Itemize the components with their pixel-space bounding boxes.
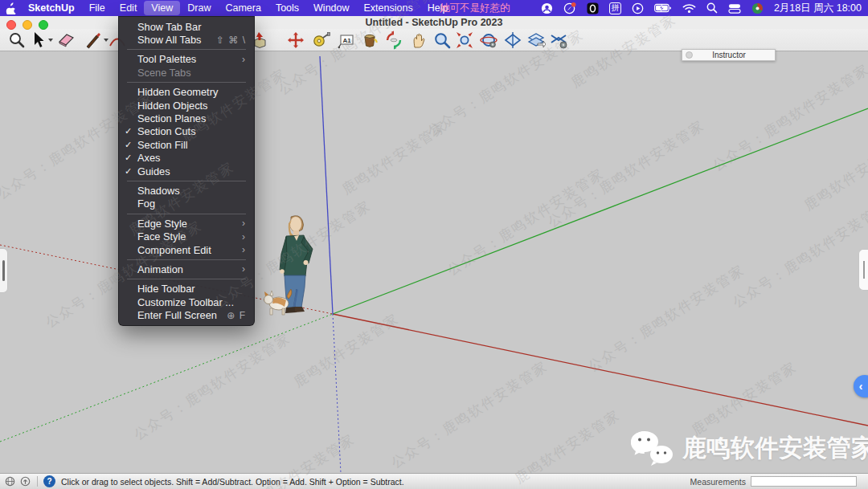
fullscreen-window-button[interactable]: [39, 20, 48, 30]
submenu-arrow-icon: ›: [242, 54, 246, 65]
menu-item-label: Section Cuts: [137, 125, 246, 137]
pan-tool-icon[interactable]: [407, 31, 428, 50]
menubar-item-camera[interactable]: Camera: [218, 1, 268, 15]
menu-item-section-fill[interactable]: ✓Section Fill: [119, 138, 254, 151]
menu-item-guides[interactable]: ✓Guides: [119, 165, 254, 177]
battery-charging-icon[interactable]: [654, 0, 672, 16]
display-stack-icon[interactable]: [728, 0, 741, 16]
cat-leg-back: [282, 308, 285, 315]
menubar-item-extensions[interactable]: Extensions: [357, 1, 420, 15]
cat-tail: [287, 289, 292, 299]
menu-item-label: Tool Palettes: [137, 53, 242, 65]
cat-head: [264, 295, 273, 304]
checkmark-icon: ✓: [125, 126, 137, 137]
section-plane-tool-icon[interactable]: [502, 31, 523, 50]
menu-item-axes[interactable]: ✓Axes: [119, 152, 254, 165]
zoom-extents-tool-icon[interactable]: [454, 31, 475, 50]
move-tool-icon[interactable]: [285, 31, 306, 50]
menubar-item-edit[interactable]: Edit: [113, 1, 145, 15]
menu-separator: [127, 49, 246, 50]
menu-item-label: Enter Full Screen: [137, 309, 227, 321]
checkmark-icon: ✓: [125, 166, 137, 177]
menu-item-section-cuts[interactable]: ✓Section Cuts: [119, 125, 254, 138]
menu-item-tool-palettes[interactable]: Tool Palettes›: [119, 53, 254, 66]
menu-item-customize-toolbar[interactable]: Customize Toolbar ...: [119, 295, 254, 308]
menu-item-show-all-tabs[interactable]: Show All Tabs⇧ ⌘ \: [119, 33, 254, 46]
menubar-clock[interactable]: 2月18日 周六 18:00: [774, 2, 862, 15]
menubar-item-window[interactable]: Window: [306, 1, 356, 15]
green-axis: [333, 108, 868, 314]
menu-item-fog[interactable]: Fog: [119, 198, 254, 210]
menubar-item-tools[interactable]: Tools: [268, 1, 306, 15]
menu-item-enter-full-screen[interactable]: Enter Full Screen⊕ F: [119, 308, 254, 321]
instructor-panel[interactable]: Instructor: [682, 49, 776, 61]
menu-item-label: Show Tab Bar: [137, 21, 246, 33]
orbit-tool-icon[interactable]: [478, 31, 499, 50]
menubar-items: SketchUpFileEditViewDrawCameraToolsWindo…: [21, 1, 455, 15]
measurements-input[interactable]: [751, 476, 857, 487]
help-icon[interactable]: ?: [43, 475, 55, 487]
search-tool-icon[interactable]: [6, 31, 27, 50]
menu-item-component-edit[interactable]: Component Edit›: [119, 243, 254, 256]
line-tool-icon[interactable]: [83, 31, 104, 50]
right-tray-handle[interactable]: [858, 249, 868, 291]
menu-item-shadows[interactable]: Shadows: [119, 184, 254, 197]
menu-separator: [127, 259, 246, 260]
rotate-tool-icon[interactable]: [383, 31, 404, 50]
credits-icon[interactable]: [20, 476, 31, 487]
checkmark-icon: ✓: [125, 153, 137, 163]
menubar-item-draw[interactable]: Draw: [180, 1, 218, 15]
blue-axis-negative: [333, 314, 342, 473]
submenu-arrow-icon: ›: [242, 244, 246, 255]
menu-item-label: Animation: [137, 263, 242, 275]
tape-measure-tool-icon[interactable]: [311, 31, 332, 50]
zoom-tool-icon[interactable]: [432, 31, 452, 50]
user-circle-icon[interactable]: [541, 0, 553, 16]
apple-menu-icon[interactable]: [0, 2, 21, 14]
section-fill-icon[interactable]: [548, 31, 569, 50]
select-tool-icon[interactable]: [27, 31, 48, 50]
pinyin-badge-glyph: 拼: [611, 2, 619, 14]
menu-item-animation[interactable]: Animation›: [119, 263, 254, 275]
eraser-tool-icon[interactable]: [55, 31, 76, 50]
checkmark-icon: ✓: [125, 140, 137, 150]
person-hand-left: [280, 269, 285, 274]
sphere-app-icon[interactable]: [751, 0, 764, 16]
measurements-label: Measurements: [690, 477, 746, 487]
display-section-planes-icon[interactable]: [526, 31, 547, 50]
minimize-window-button[interactable]: [23, 20, 32, 30]
play-circle-icon[interactable]: [632, 0, 644, 16]
statusbar-divider: [37, 476, 38, 487]
menubar-item-sketchup[interactable]: SketchUp: [21, 1, 82, 15]
pinyin-input-icon[interactable]: 拼: [609, 2, 621, 14]
menu-item-hide-toolbar[interactable]: Hide Toolbar: [119, 283, 254, 295]
menubar-item-view[interactable]: View: [144, 1, 180, 15]
browser-notification-icon[interactable]: [563, 0, 576, 16]
menubar-item-file[interactable]: File: [82, 1, 113, 15]
text-tool-icon[interactable]: A1: [337, 31, 358, 50]
close-window-button[interactable]: [6, 20, 16, 30]
menu-item-label: Shadows: [137, 185, 246, 197]
menu-item-show-tab-bar[interactable]: Show Tab Bar: [119, 20, 254, 33]
menu-shortcut: ⊕ F: [227, 310, 246, 321]
geolocation-icon[interactable]: [5, 476, 15, 487]
right-tray-grip: [863, 261, 865, 279]
svg-text:A1: A1: [343, 37, 352, 44]
menubar-status-area: 拼 2月18日 周六 18:00: [541, 0, 862, 16]
dropdown-caret-icon[interactable]: [48, 39, 53, 42]
menu-item-face-style[interactable]: Face Style›: [119, 230, 254, 242]
spotlight-search-icon[interactable]: [706, 0, 718, 16]
paint-bucket-tool-icon[interactable]: [359, 31, 380, 50]
cat-component[interactable]: [262, 287, 294, 316]
sketchup-screenshot: { "menubar": { "app_items": ["SketchUp",…: [0, 0, 868, 489]
menu-item-hidden-geometry[interactable]: Hidden Geometry: [119, 86, 254, 99]
cat-leg-front: [270, 308, 272, 315]
wifi-icon[interactable]: [682, 0, 696, 16]
menu-item-hidden-objects[interactable]: Hidden Objects: [119, 99, 254, 112]
view-menu-panel: Show Tab BarShow All Tabs⇧ ⌘ \Tool Palet…: [118, 16, 255, 326]
menu-item-edge-style[interactable]: Edge Style›: [119, 217, 254, 230]
left-tray-handle[interactable]: [0, 248, 8, 293]
oval-app-icon[interactable]: [587, 0, 599, 16]
menu-item-label: Edge Style: [137, 218, 242, 230]
menu-item-section-planes[interactable]: Section Planes: [119, 112, 254, 124]
